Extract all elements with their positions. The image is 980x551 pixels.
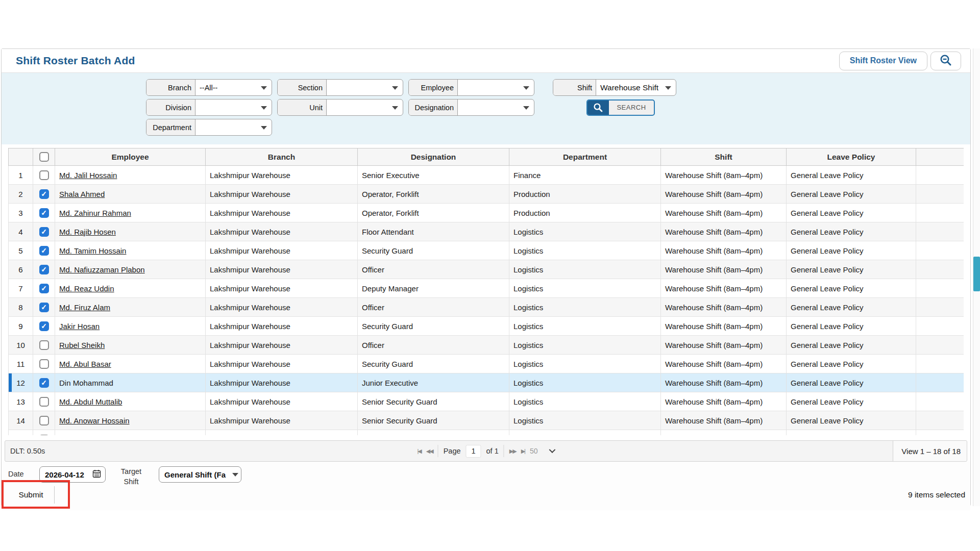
employee-filter-select[interactable] — [458, 80, 534, 95]
row-checkbox[interactable] — [39, 265, 49, 274]
table-row: 13Md. Abdul MuttalibLakshmipur Warehouse… — [9, 392, 964, 411]
shift-cell: Warehouse Shift (8am–4pm) — [661, 411, 787, 430]
shift-roster-view-button[interactable]: Shift Roster View — [839, 52, 927, 70]
employee-name-link[interactable]: Md. Nafiuzzaman Plabon — [59, 265, 145, 274]
designation-cell: Officer — [358, 260, 509, 279]
employee-cell: Md. Abdul Muttalib — [55, 392, 206, 411]
next-page-icon[interactable]: ▶▶ — [509, 448, 516, 455]
row-checkbox[interactable] — [39, 303, 49, 312]
department-filter-label: Department — [146, 119, 195, 135]
row-checkbox[interactable] — [39, 227, 49, 237]
leave-policy-column-header: Leave Policy — [787, 148, 916, 166]
page-size-chevron-icon[interactable] — [549, 446, 556, 453]
employee-name-link[interactable]: Md. Firuz Alam — [59, 303, 110, 312]
designation-cell: Deputy Manager — [358, 279, 509, 298]
row-checkbox-cell — [33, 204, 55, 222]
row-checkbox[interactable] — [39, 246, 49, 256]
filler-cell — [916, 279, 964, 298]
employee-cell: Md. Anowar Hossain — [55, 411, 206, 430]
row-checkbox[interactable] — [39, 189, 49, 199]
filler-cell — [916, 317, 964, 336]
designation-cell: Floor Attendant — [358, 222, 509, 241]
filler-cell — [916, 392, 964, 411]
employee-name-link[interactable]: Md. Abdul Muttalib — [59, 397, 122, 406]
shift-cell: Warehouse Shift (8am–4pm) — [661, 392, 787, 411]
row-checkbox[interactable] — [39, 359, 49, 369]
table-row: 15Mohamed HossainLakshmipur WarehouseSen… — [9, 430, 964, 436]
designation-cell: Senior Security Guard — [358, 430, 509, 436]
row-checkbox[interactable] — [39, 170, 49, 180]
employee-cell: Shala Ahmed — [55, 185, 206, 204]
date-label: Date — [8, 470, 24, 478]
last-page-icon[interactable]: ▶| — [521, 448, 525, 455]
branch-cell: Lakshmipur Warehouse — [206, 392, 358, 411]
date-value: 2026-04-12 — [45, 470, 84, 479]
row-number: 7 — [9, 279, 33, 298]
section-filter-label: Section — [278, 80, 327, 95]
employee-name-link[interactable]: Din Mohammad — [59, 379, 113, 387]
employee-cell: Md. Zahinur Rahman — [55, 204, 206, 222]
employee-name-link[interactable]: Shala Ahmed — [59, 190, 105, 198]
employee-name-link[interactable]: Md. Tamim Hossain — [59, 246, 126, 255]
row-checkbox[interactable] — [39, 435, 49, 435]
row-checkbox[interactable] — [39, 378, 49, 388]
employee-cell: Md. Nafiuzzaman Plabon — [55, 260, 206, 279]
employee-cell: Din Mohammad — [55, 373, 206, 392]
row-number: 15 — [9, 430, 33, 436]
department-cell: Finance — [509, 166, 661, 185]
employee-name-link[interactable]: Mohamed Hossain — [59, 435, 123, 436]
employee-name-link[interactable]: Md. Jalil Hossain — [59, 171, 117, 180]
employee-name-link[interactable]: Md. Reaz Uddin — [59, 284, 114, 293]
designation-filter-select[interactable] — [458, 99, 534, 115]
row-checkbox[interactable] — [39, 416, 49, 425]
vertical-scrollbar-thumb[interactable] — [973, 257, 980, 291]
filler-cell — [916, 185, 964, 204]
branch-filter-select[interactable]: --All-- — [195, 80, 272, 95]
shift-cell: Warehouse Shift (8am–4pm) — [661, 279, 787, 298]
table-row: 9Jakir HosanLakshmipur WarehouseSecurity… — [9, 317, 964, 336]
department-filter: Department — [146, 119, 272, 136]
zoom-out-search-button[interactable] — [930, 52, 961, 70]
page-number-input[interactable] — [466, 445, 481, 458]
employee-name-link[interactable]: Md. Anowar Hossain — [59, 416, 130, 425]
target-shift-select[interactable]: General Shift (Fa — [159, 466, 241, 483]
row-checkbox[interactable] — [39, 208, 49, 218]
employee-table: Employee Branch Designation Department S… — [8, 148, 964, 435]
employee-cell: Mohamed Hossain — [55, 430, 206, 436]
branch-cell: Lakshmipur Warehouse — [206, 260, 358, 279]
employee-name-link[interactable]: Md. Rajib Hosen — [59, 228, 116, 236]
row-checkbox[interactable] — [39, 340, 49, 350]
row-checkbox-cell — [33, 279, 55, 298]
employee-name-link[interactable]: Jakir Hosan — [59, 322, 100, 331]
previous-page-icon[interactable]: ◀◀ — [426, 448, 433, 455]
employee-name-link[interactable]: Md. Zahinur Rahman — [59, 209, 131, 217]
leave-policy-cell: General Leave Policy — [787, 298, 916, 317]
branch-column-header: Branch — [206, 148, 358, 166]
row-checkbox[interactable] — [39, 284, 49, 293]
branch-cell: Lakshmipur Warehouse — [206, 411, 358, 430]
department-filter-select[interactable] — [195, 119, 272, 135]
submit-button[interactable]: Submit — [8, 486, 55, 504]
row-checkbox[interactable] — [39, 397, 49, 407]
employee-name-link[interactable]: Md. Abul Basar — [59, 360, 111, 368]
page-size-value[interactable]: 50 — [530, 447, 538, 455]
designation-filter: Designation — [408, 99, 534, 116]
employee-name-link[interactable]: Rubel Sheikh — [59, 341, 105, 349]
first-page-icon[interactable]: |◀ — [417, 448, 421, 455]
row-checkbox[interactable] — [39, 321, 49, 331]
shift-roster-batch-add-panel: Shift Roster Batch Add Shift Roster View… — [1, 48, 971, 506]
page-label: Page — [444, 447, 461, 455]
search-button[interactable]: SEARCH — [586, 99, 655, 116]
select-all-checkbox[interactable] — [39, 152, 49, 162]
row-checkbox-cell — [33, 298, 55, 317]
leave-policy-cell: General Leave Policy — [787, 166, 916, 185]
branch-cell: Lakshmipur Warehouse — [206, 373, 358, 392]
unit-filter-select[interactable] — [327, 99, 403, 115]
shift-filter-select[interactable]: Warehouse Shift — [596, 80, 676, 95]
filler-cell — [916, 430, 964, 436]
department-cell: Production — [509, 204, 661, 222]
designation-cell: Officer — [358, 298, 509, 317]
section-filter-select[interactable] — [327, 80, 403, 95]
division-filter-select[interactable] — [195, 99, 272, 115]
vertical-scrollbar-track[interactable] — [973, 48, 980, 506]
